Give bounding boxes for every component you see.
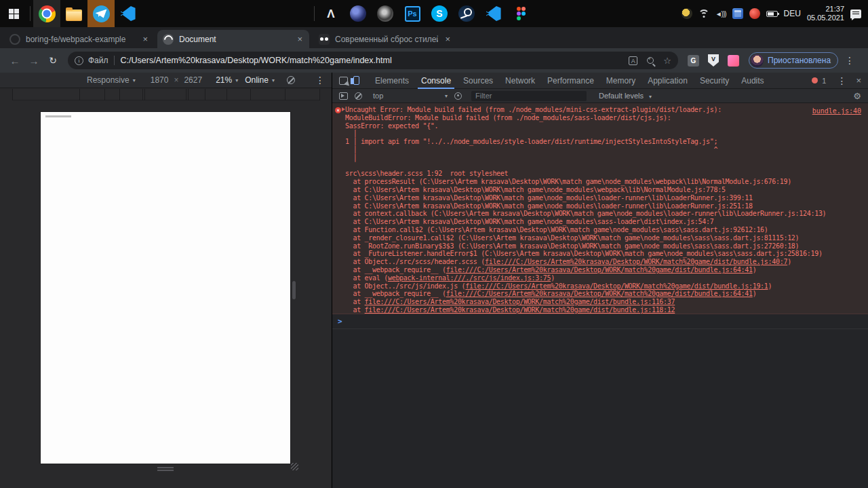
tray-orb-icon[interactable] <box>682 8 692 19</box>
viewport-resize-handle-bottom[interactable] <box>157 467 174 471</box>
extension-pink-icon[interactable] <box>728 55 739 67</box>
console-sidebar-icon[interactable] <box>339 92 348 100</box>
device-mode-pane: Responsive ▾ 1870 × 2627 21% ▾ Online ▾ … <box>0 73 332 488</box>
media-query-bar[interactable] <box>0 89 332 100</box>
profile-chip[interactable]: Приостановлена <box>749 52 838 69</box>
log-levels-dropdown[interactable]: Default levels ▾ <box>599 92 652 100</box>
devtools-tab-elements[interactable]: Elements <box>369 73 415 89</box>
stack-frame-link[interactable]: file:///C:/Users/Artem%20krasava/Desktop… <box>446 290 753 297</box>
devtools-tab-network[interactable]: Network <box>499 73 541 89</box>
console-filter-input[interactable]: Filter <box>471 91 587 101</box>
chevron-down-icon: ▾ <box>272 77 275 83</box>
volume-icon[interactable]: ◄))) <box>715 10 726 18</box>
extension-g-icon[interactable]: G <box>688 55 699 67</box>
device-toggle-icon[interactable] <box>353 76 359 85</box>
taskbar-chrome-button[interactable] <box>33 0 60 27</box>
devtools-tab-performance[interactable]: Performance <box>541 73 600 89</box>
forward-button[interactable]: → <box>24 55 43 67</box>
console-settings-gear-icon[interactable]: ⚙ <box>853 91 861 101</box>
zoom-page-icon[interactable] <box>647 57 654 64</box>
device-toolbar-menu-button[interactable]: ⋮ <box>309 75 332 86</box>
taskbar-cinema4d-button[interactable] <box>344 0 372 27</box>
stack-frame-link[interactable]: file:///C:/Users/Artem%20krasava/Desktop… <box>365 298 675 305</box>
stack-frame-link[interactable]: webpack-internal:///./src/js/index.js:3:… <box>388 274 551 282</box>
tray-red-app-icon[interactable] <box>749 8 760 19</box>
tab-document[interactable]: Document × <box>157 30 309 48</box>
stack-frame-link[interactable]: file:///C:/Users/Artem%20krasava/Desktop… <box>365 306 675 314</box>
taskbar-media-app-button[interactable] <box>372 0 399 27</box>
throttling-icon[interactable] <box>287 76 295 84</box>
url-text[interactable]: C:/Users/Artem%20krasava/Desktop/WORK/ma… <box>121 56 392 65</box>
taskbar-figma-button[interactable] <box>507 0 534 27</box>
devtools-tab-application[interactable]: Application <box>642 73 694 89</box>
browser-menu-button[interactable]: ⋮ <box>838 55 861 66</box>
tab-boring-fe[interactable]: boring-fe/webpack-example × <box>4 30 155 48</box>
start-button[interactable] <box>0 0 27 27</box>
figma-icon <box>517 7 526 20</box>
vscode-icon <box>486 6 501 21</box>
wifi-icon[interactable] <box>698 10 709 18</box>
taskbar-steam-button[interactable] <box>453 0 480 27</box>
reload-button[interactable]: ↻ <box>43 55 62 66</box>
device-viewport-page[interactable] <box>41 112 290 464</box>
page-info-icon[interactable]: i <box>75 56 83 65</box>
zoom-dropdown[interactable]: 21% <box>216 75 232 85</box>
console-line: at file:///C:/Users/Artem%20krasava/Desk… <box>332 298 868 306</box>
back-button[interactable]: ← <box>5 55 24 67</box>
devtools-tab-memory[interactable]: Memory <box>600 73 642 89</box>
viewport-height-input[interactable]: 2627 <box>184 75 202 85</box>
taskbar-vscode-button[interactable] <box>115 0 142 27</box>
devtools-menu-button[interactable]: ⋮ <box>833 75 850 86</box>
devtools-tab-console[interactable]: Console <box>415 73 457 89</box>
extensions-area: G V <box>688 54 739 67</box>
tab-close-icon[interactable]: × <box>296 34 304 44</box>
device-toolbar: Responsive ▾ 1870 × 2627 21% ▾ Online ▾ … <box>0 73 332 88</box>
devtools-tab-security[interactable]: Security <box>694 73 735 89</box>
taskbar-explorer-button[interactable] <box>60 0 87 27</box>
viewport-width-input[interactable]: 1870 <box>151 75 169 85</box>
taskbar: Λ Ps S ◄))) DEU 21:37 05.05.2021 <box>0 0 868 27</box>
extension-shield-icon[interactable]: V <box>708 54 719 67</box>
taskbar-skype-button[interactable]: S <box>426 0 453 27</box>
console-line: at __webpack_require__ (file:///C:/Users… <box>332 266 868 274</box>
device-type-dropdown[interactable]: Responsive <box>87 75 130 85</box>
devtools-tab-audits[interactable]: Audits <box>735 73 770 89</box>
stack-frame-link[interactable]: file:///C:/Users/Artem%20krasava/Desktop… <box>465 282 768 290</box>
tray-blue-app-icon[interactable] <box>732 8 743 19</box>
taskbar-telegram-button[interactable] <box>87 0 115 27</box>
language-indicator[interactable]: DEU <box>784 9 801 18</box>
tray-date: 05.05.2021 <box>807 14 844 22</box>
stack-frame-link[interactable]: file:///C:/Users/Artem%20krasava/Desktop… <box>446 266 753 274</box>
tab-close-icon[interactable]: × <box>141 34 149 44</box>
inspect-element-icon[interactable] <box>339 77 348 85</box>
console-line: SassError: expected "{". <box>332 122 868 130</box>
devtools-close-button[interactable]: × <box>852 75 868 86</box>
console-prompt[interactable]: > <box>332 314 868 329</box>
address-bar[interactable]: i Файл C:/Users/Artem%20krasava/Desktop/… <box>68 52 678 69</box>
battery-icon[interactable] <box>766 11 778 17</box>
taskbar-assassins-creed-button[interactable]: Λ <box>317 0 344 27</box>
console-line <box>332 162 868 170</box>
taskbar-photoshop-button[interactable]: Ps <box>399 0 426 27</box>
console-line: src\scss\header.scss 1:92 root styleshee… <box>332 170 868 178</box>
viewport-resize-handle-corner[interactable] <box>291 463 298 470</box>
console-line: at _RootZone.runBinary$3$3 (C:\Users\Art… <box>332 242 868 250</box>
clear-console-icon[interactable] <box>355 92 362 100</box>
error-badge-icon[interactable] <box>812 77 818 83</box>
devtools-tab-sources[interactable]: Sources <box>457 73 499 89</box>
tab-favicon <box>319 34 330 45</box>
viewport-resize-handle-right[interactable] <box>292 281 296 299</box>
live-expression-icon[interactable] <box>454 92 462 100</box>
bookmark-star-icon[interactable]: ☆ <box>663 56 671 66</box>
network-throttle-dropdown[interactable]: Online <box>245 75 269 85</box>
action-center-icon[interactable] <box>850 10 861 18</box>
tab-css-reset-article[interactable]: Современный сброс стилей CSS × <box>313 30 457 48</box>
tab-title: Современный сброс стилей CSS <box>335 35 438 44</box>
execution-context-dropdown[interactable]: top ▾ <box>373 92 448 100</box>
translate-icon[interactable]: A <box>629 56 637 65</box>
taskbar-vscode2-button[interactable] <box>480 0 507 27</box>
tab-close-icon[interactable]: × <box>443 34 452 44</box>
clock[interactable]: 21:37 05.05.2021 <box>807 5 844 22</box>
console-line: at C:\Users\Artem krasava\Desktop\WORK\m… <box>332 194 868 202</box>
stack-frame-link[interactable]: file:///C:/Users/Artem%20krasava/Desktop… <box>485 258 787 265</box>
